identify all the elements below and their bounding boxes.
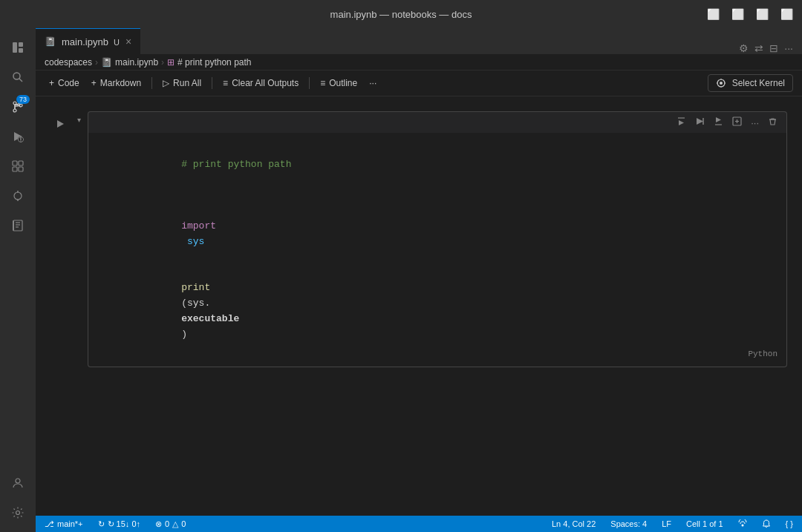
- add-code-button[interactable]: + Code: [45, 76, 84, 91]
- svg-marker-34: [57, 120, 64, 128]
- broadcast-icon: [738, 519, 747, 528]
- error-count: 0: [165, 519, 169, 528]
- status-cell-info[interactable]: Cell 1 of 1: [683, 519, 726, 528]
- code-cell-editor[interactable]: # print python path import sys print (sy…: [88, 133, 787, 367]
- sidebar-item-notebook[interactable]: [4, 212, 31, 239]
- window-title: main.ipynb — notebooks — docs: [330, 9, 472, 20]
- status-notifications[interactable]: [759, 519, 774, 528]
- clear-outputs-button[interactable]: ≡ Clear All Outputs: [218, 76, 303, 91]
- svg-point-45: [741, 525, 743, 527]
- code-line-4: print (sys. executable ): [100, 265, 775, 358]
- cell-expand-button[interactable]: ▾: [73, 116, 85, 124]
- cursor-position: Ln 4, Col 22: [552, 519, 596, 528]
- run-cell-button[interactable]: [692, 115, 708, 130]
- tab-modified-indicator: U: [114, 38, 120, 47]
- warning-count: 0: [181, 519, 186, 528]
- git-compare-icon[interactable]: ⇄: [754, 42, 763, 54]
- sidebar-item-jupyter[interactable]: [4, 183, 31, 209]
- sidebar-item-account[interactable]: [4, 470, 31, 496]
- svg-point-13: [20, 140, 22, 142]
- add-markdown-button[interactable]: + Markdown: [87, 76, 146, 91]
- plus-icon-markdown: +: [91, 78, 97, 88]
- titlebar-controls: ⬜ ⬜ ⬜ ⬜: [707, 8, 793, 20]
- svg-point-3: [13, 73, 20, 79]
- more-toolbar-button[interactable]: ···: [365, 76, 381, 91]
- encoding-label: LF: [662, 519, 671, 528]
- svg-marker-40: [716, 117, 721, 122]
- titlebar: main.ipynb — notebooks — docs ⬜ ⬜ ⬜ ⬜: [0, 0, 802, 28]
- status-brackets[interactable]: { }: [783, 519, 796, 528]
- svg-marker-36: [679, 120, 684, 125]
- outline-icon: ≡: [320, 78, 325, 88]
- outline-button[interactable]: ≡ Outline: [316, 76, 362, 91]
- toolbar-divider-1: [151, 77, 152, 89]
- svg-rect-1: [19, 42, 23, 47]
- layout-icon-1[interactable]: ⬜: [707, 8, 720, 20]
- svg-rect-0: [13, 42, 17, 53]
- status-spaces[interactable]: Spaces: 4: [607, 519, 650, 528]
- svg-marker-37: [697, 118, 703, 125]
- select-kernel-button[interactable]: Select Kernel: [708, 74, 793, 92]
- branch-icon: ⎇: [45, 519, 54, 529]
- status-encoding[interactable]: LF: [659, 519, 674, 528]
- language-label: Python: [748, 348, 777, 361]
- plus-icon-code: +: [49, 78, 54, 88]
- status-cursor[interactable]: Ln 4, Col 22: [549, 519, 599, 528]
- sidebar-item-extensions[interactable]: [4, 153, 31, 180]
- code-line-1: # print python path: [100, 142, 775, 188]
- svg-rect-21: [13, 220, 22, 231]
- tab-main-ipynb[interactable]: 📓 main.ipynb U ×: [36, 28, 140, 54]
- breadcrumb-filename[interactable]: main.ipynb: [115, 57, 158, 68]
- status-bar: ⎇ main*+ ↻ ↻ 15↓ 0↑ ⊗ 0 △ 0 Ln 4, Col 22…: [36, 516, 802, 532]
- sync-icon: ↻: [98, 519, 105, 529]
- toolbar-divider-2: [212, 77, 212, 89]
- sync-count: ↻ 15↓ 0↑: [108, 519, 140, 529]
- svg-rect-25: [13, 220, 14, 231]
- breadcrumb-cell[interactable]: # print python path: [177, 57, 251, 68]
- status-broadcast[interactable]: [735, 519, 750, 528]
- delete-cell-button[interactable]: [765, 115, 780, 130]
- spaces-label: Spaces: 4: [610, 519, 647, 528]
- clear-icon: ≡: [223, 78, 228, 88]
- tab-bar: 📓 main.ipynb U × ⚙ ⇄ ⊟ ···: [36, 28, 802, 54]
- more-actions-icon[interactable]: ···: [784, 42, 793, 54]
- notebook-toolbar: + Code + Markdown ▷ Run All ≡ Clear All …: [36, 70, 802, 96]
- notebook-content[interactable]: ▾: [36, 96, 802, 516]
- layout-icon-2[interactable]: ⬜: [731, 8, 744, 20]
- run-all-icon: ▷: [163, 78, 169, 88]
- svg-point-6: [13, 109, 16, 112]
- tab-close-button[interactable]: ×: [125, 36, 131, 47]
- layout-icon-3[interactable]: ⬜: [756, 8, 769, 20]
- breadcrumb-codespaces[interactable]: codespaces: [45, 57, 92, 68]
- svg-rect-2: [19, 48, 23, 53]
- cell-run-button[interactable]: [50, 114, 70, 134]
- sidebar-item-run-debug[interactable]: [4, 123, 31, 150]
- run-all-button[interactable]: ▷ Run All: [158, 76, 206, 91]
- svg-point-27: [16, 511, 20, 515]
- breadcrumb: codespaces › 📓 main.ipynb › ⊞ # print py…: [36, 54, 802, 70]
- svg-point-18: [14, 192, 22, 200]
- cell-more-actions-button[interactable]: ···: [748, 116, 762, 130]
- sidebar-item-search[interactable]: [4, 64, 31, 91]
- bell-icon: [762, 519, 771, 528]
- svg-rect-14: [13, 161, 17, 165]
- settings-icon[interactable]: ⚙: [739, 42, 749, 54]
- activity-bar-bottom: [4, 470, 31, 532]
- sidebar-item-source-control[interactable]: 73: [4, 93, 31, 120]
- editor-area: 📓 main.ipynb U × ⚙ ⇄ ⊟ ··· codespaces › …: [36, 28, 802, 532]
- sidebar-item-settings[interactable]: [4, 499, 31, 526]
- tab-filename: main.ipynb U: [62, 36, 120, 47]
- layout-icon-4[interactable]: ⬜: [780, 8, 793, 20]
- cell-wrapper: ··· # print python path: [88, 111, 787, 367]
- run-above-cells-button[interactable]: [674, 115, 689, 130]
- tab-file-icon: 📓: [45, 36, 56, 47]
- status-sync[interactable]: ↻ ↻ 15↓ 0↑: [95, 519, 143, 529]
- status-errors[interactable]: ⊗ 0 △ 0: [152, 519, 189, 529]
- svg-rect-17: [19, 167, 23, 171]
- sidebar-item-explorer[interactable]: [4, 34, 31, 61]
- layout-split-icon[interactable]: ⊟: [769, 42, 778, 54]
- status-branch[interactable]: ⎇ main*+: [42, 519, 86, 529]
- run-below-cells-button[interactable]: [711, 115, 726, 130]
- source-control-badge: 73: [16, 95, 30, 104]
- add-cell-above-button[interactable]: [729, 115, 745, 130]
